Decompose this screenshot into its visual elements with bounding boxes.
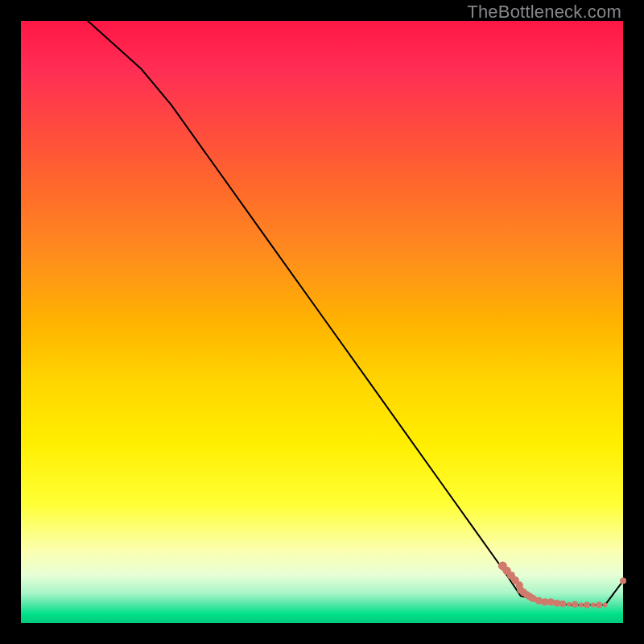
- chart-overlay-svg: [21, 21, 623, 623]
- marker-dot: [559, 601, 566, 607]
- metric-line: [21, 0, 623, 605]
- chart-frame: TheBottleneck.com: [0, 0, 644, 644]
- marker-dot: [572, 601, 578, 608]
- marker-dot: [579, 603, 584, 608]
- marker-dot: [620, 578, 626, 584]
- marker-dot: [591, 603, 596, 608]
- watermark-text: TheBottleneck.com: [467, 2, 621, 23]
- marker-dot: [584, 602, 590, 609]
- marker-dot: [596, 602, 602, 609]
- marker-dot: [603, 603, 608, 608]
- marker-dot: [567, 602, 572, 607]
